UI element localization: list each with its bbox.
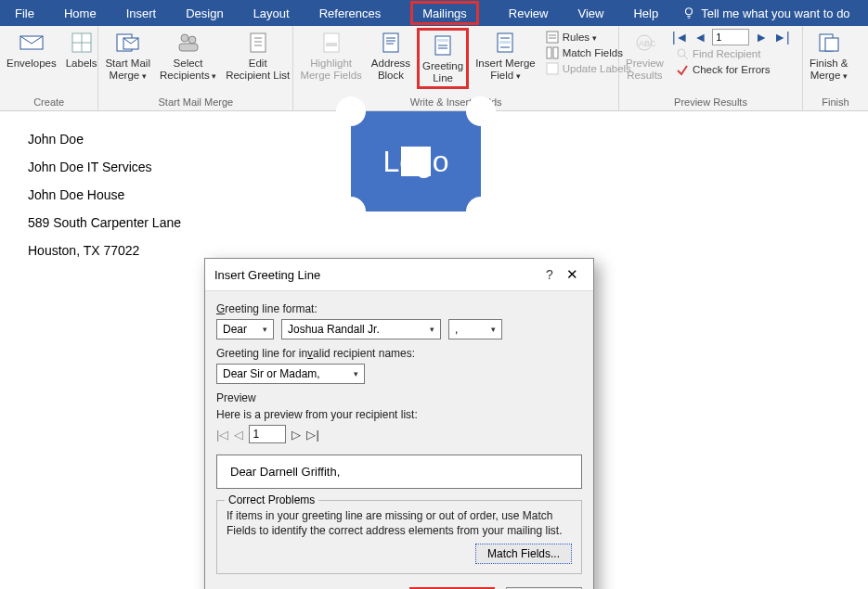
finish-icon [818,32,840,53]
match-fields-icon [546,46,559,59]
preview-navigator: |◁ ◁ ▷ ▷| [216,425,582,443]
update-labels-icon [546,62,559,75]
svg-rect-28 [499,41,511,44]
lightbulb-icon [682,6,695,19]
doc-line-4: Houston, TX 77022 [28,243,840,258]
highlight-merge-fields-button: Highlight Merge Fields [297,28,364,83]
finish-merge-button[interactable]: Finish & Merge [807,28,851,83]
menu-file[interactable]: File [0,0,49,26]
group-finish-label: Finish [807,95,864,110]
ribbon: Envelopes Labels Create Start Mail Merge… [0,26,868,111]
doc-line-3: 589 South Carpenter Lane [28,215,840,230]
invalid-names-label: Greeting line for invalid recipient name… [216,347,582,360]
svg-point-0 [686,8,693,15]
menu-design[interactable]: Design [171,0,238,26]
recipients-icon [177,32,200,53]
preview-icon: ABC [632,33,656,52]
svg-rect-41 [825,38,838,51]
dialog-close-button[interactable]: ✕ [560,266,584,283]
insert-greeting-line-dialog: Insert Greeting Line ? ✕ Greeting line f… [204,258,594,589]
logo-shape: Logo [351,111,481,211]
preview-next-button[interactable]: ▷ [291,428,301,442]
svg-line-39 [684,56,688,59]
svg-rect-17 [326,43,337,46]
svg-rect-11 [179,44,198,51]
invalid-greeting-combo[interactable]: Dear Sir or Madam,▾ [216,364,365,384]
menu-mailings[interactable]: Mailings [395,0,494,26]
svg-rect-30 [547,32,558,43]
edit-recipient-list-button[interactable]: Edit Recipient List [223,28,292,83]
last-record-button[interactable]: ►| [773,30,790,45]
prev-record-button[interactable]: ◄ [693,30,706,45]
edit-list-icon [247,32,269,54]
labels-icon [71,32,92,53]
svg-point-10 [188,36,196,44]
match-fields-button[interactable]: Match Fields... [475,544,572,564]
menu-review[interactable]: Review [494,0,564,26]
logo-text: Logo [382,145,448,179]
tell-me[interactable]: Tell me what you want to do [673,0,859,26]
correct-problems-group: Correct Problems If items in your greeti… [216,500,582,574]
menu-home[interactable]: Home [49,0,111,26]
punctuation-combo[interactable]: ,▾ [448,319,502,339]
correct-problems-text: If items in your greeting line are missi… [227,508,572,538]
group-create-label: Create [4,95,94,110]
group-start-label: Start Mail Merge [102,95,289,110]
greeting-format-label: Greeting line format: [216,302,582,315]
next-record-button[interactable]: ► [755,30,768,45]
svg-text:ABC: ABC [639,39,656,48]
labels-button[interactable]: Labels [63,28,100,71]
salutation-combo[interactable]: Dear▾ [216,319,274,339]
menu-layout[interactable]: Layout [239,0,304,26]
merge-field-icon [495,32,515,54]
group-preview-label: Preview Results [623,95,798,110]
preview-hint: Here is a preview from your recipient li… [216,408,582,421]
svg-point-38 [678,49,685,57]
svg-rect-18 [383,33,398,52]
greeting-line-button[interactable]: Greeting Line [417,28,469,89]
address-block-button[interactable]: Address Block [369,28,413,83]
find-icon [676,47,689,60]
check-errors-button[interactable]: Check for Errors [672,62,790,77]
select-recipients-button[interactable]: Select Recipients [157,28,219,83]
first-record-button[interactable]: |◄ [672,30,689,45]
preview-prev-button[interactable]: ◁ [234,428,243,442]
correct-problems-legend: Correct Problems [225,493,318,506]
svg-rect-23 [437,39,448,42]
preview-first-button[interactable]: |◁ [216,428,228,442]
svg-point-9 [181,34,188,42]
menu-help[interactable]: Help [618,0,673,26]
highlight-icon [321,32,342,54]
mailmerge-icon [116,32,140,53]
svg-rect-12 [251,33,266,52]
menu-insert[interactable]: Insert [111,0,172,26]
check-errors-icon [676,63,689,76]
name-format-combo[interactable]: Joshua Randall Jr.▾ [281,319,441,339]
greeting-line-icon [433,34,453,57]
insert-merge-field-button[interactable]: Insert Merge Field [473,28,538,83]
menu-bar: File Home Insert Design Layout Reference… [0,0,868,26]
svg-rect-33 [547,47,551,58]
record-number-input[interactable] [712,29,749,45]
menu-mailings-highlight: Mailings [410,1,479,25]
dialog-title: Insert Greeting Line [214,268,539,282]
preview-label: Preview [216,391,582,404]
dialog-help-button[interactable]: ? [539,267,560,282]
menu-view[interactable]: View [563,0,618,26]
tell-me-label: Tell me what you want to do [701,6,849,20]
menu-references[interactable]: References [304,0,395,26]
envelopes-button[interactable]: Envelopes [4,28,59,71]
preview-text-box: Dear Darnell Griffith, [216,455,582,489]
rules-icon [546,31,559,44]
envelope-icon [19,33,44,52]
address-block-icon [381,32,401,54]
svg-rect-35 [547,63,558,74]
record-navigator: |◄ ◄ ► ►| [672,29,790,45]
svg-rect-34 [553,47,558,58]
start-mail-merge-button[interactable]: Start Mail Merge [102,28,153,83]
find-recipient-button: Find Recipient [672,46,790,61]
preview-results-button: ABCPreview Results [623,28,667,83]
preview-last-button[interactable]: ▷| [306,428,318,442]
preview-index-input[interactable] [249,425,286,443]
